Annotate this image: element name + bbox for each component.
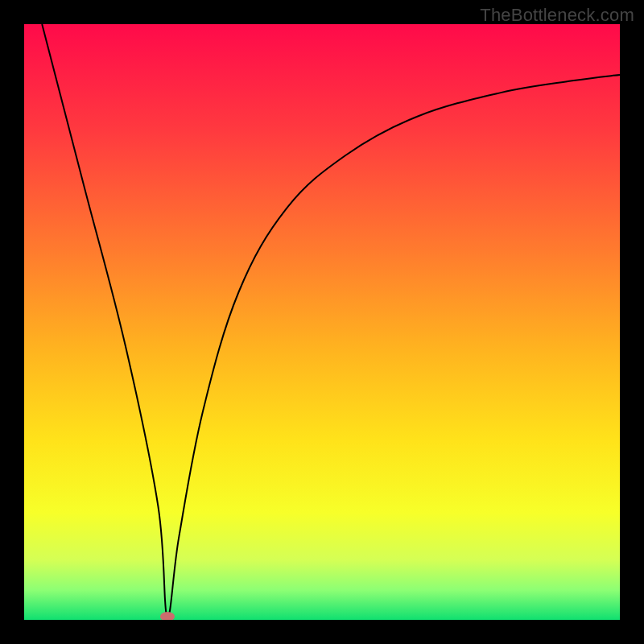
plot-area xyxy=(24,24,620,620)
watermark-text: TheBottleneck.com xyxy=(480,5,634,26)
bottleneck-curve xyxy=(24,24,620,620)
min-marker xyxy=(160,612,175,620)
outer-frame: TheBottleneck.com xyxy=(0,0,644,644)
